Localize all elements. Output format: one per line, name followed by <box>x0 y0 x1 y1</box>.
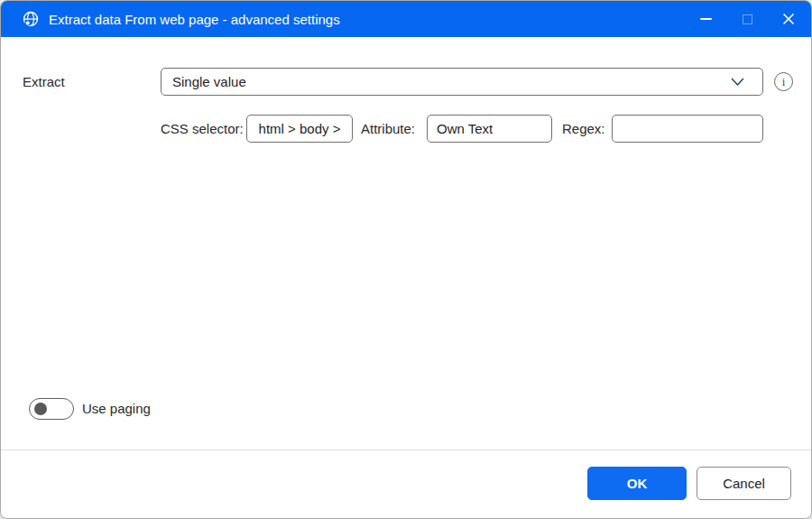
dialog-window: Extract data From web page - advanced se… <box>0 0 812 519</box>
css-selector-field[interactable]: html > body > <box>246 115 353 143</box>
extract-type-selected-value: Single value <box>172 74 731 89</box>
toggle-knob <box>34 403 47 415</box>
use-paging-toggle[interactable] <box>29 398 74 420</box>
css-selector-label: CSS selector: <box>161 115 244 143</box>
title-bar: Extract data From web page - advanced se… <box>1 1 811 37</box>
ok-button[interactable]: OK <box>587 467 687 500</box>
dialog-content: Extract Single value i CSS selector: htm… <box>1 37 811 518</box>
use-paging-label: Use paging <box>82 398 151 420</box>
attribute-input[interactable] <box>427 115 552 143</box>
extract-label: Extract <box>23 68 65 96</box>
chevron-down-icon <box>731 78 744 87</box>
info-icon[interactable]: i <box>774 72 793 91</box>
maximize-button <box>726 1 768 37</box>
footer-divider <box>1 449 811 450</box>
window-title: Extract data From web page - advanced se… <box>49 12 340 27</box>
maximize-icon <box>743 14 752 24</box>
regex-label: Regex: <box>562 115 605 143</box>
window-controls <box>685 1 809 37</box>
cancel-button[interactable]: Cancel <box>697 467 791 500</box>
globe-icon <box>22 10 40 28</box>
attribute-label: Attribute: <box>361 115 415 143</box>
regex-input[interactable] <box>612 115 763 143</box>
minimize-button[interactable] <box>685 1 726 37</box>
close-icon <box>782 13 795 25</box>
extract-type-dropdown[interactable]: Single value <box>161 68 763 96</box>
minimize-icon <box>700 18 712 20</box>
close-button[interactable] <box>768 1 809 37</box>
